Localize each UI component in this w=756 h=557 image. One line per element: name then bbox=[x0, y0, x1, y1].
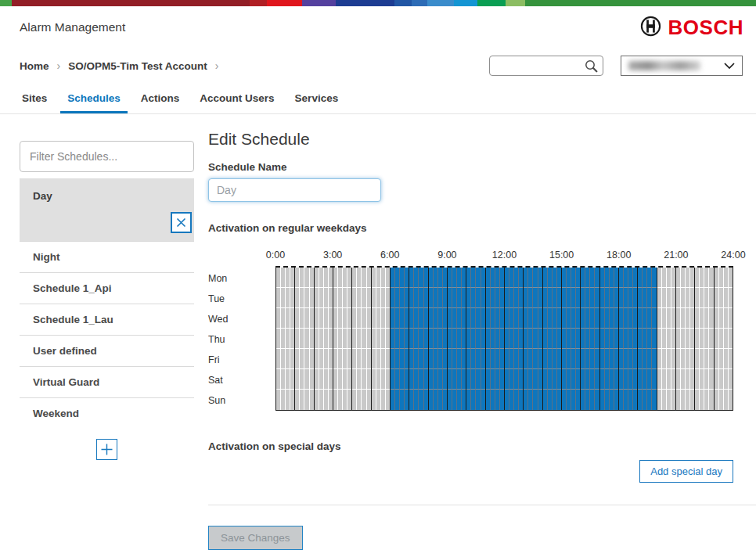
active-quarter-cell[interactable] bbox=[405, 268, 409, 288]
active-quarter-cell[interactable] bbox=[538, 329, 542, 349]
active-quarter-cell[interactable] bbox=[614, 288, 618, 308]
inactive-quarter-cell[interactable] bbox=[671, 349, 675, 369]
inactive-quarter-cell[interactable] bbox=[690, 390, 694, 410]
active-quarter-cell[interactable] bbox=[519, 288, 523, 308]
active-quarter-cell[interactable] bbox=[405, 349, 409, 369]
inactive-quarter-cell[interactable] bbox=[367, 390, 371, 410]
active-quarter-cell[interactable] bbox=[500, 369, 504, 390]
active-quarter-cell[interactable] bbox=[557, 390, 561, 410]
active-quarter-cell[interactable] bbox=[462, 329, 466, 349]
active-quarter-cell[interactable] bbox=[538, 268, 542, 288]
active-quarter-cell[interactable] bbox=[557, 349, 561, 369]
inactive-quarter-cell[interactable] bbox=[671, 308, 675, 329]
active-quarter-cell[interactable] bbox=[443, 268, 447, 288]
inactive-quarter-cell[interactable] bbox=[329, 268, 333, 288]
active-quarter-cell[interactable] bbox=[481, 288, 485, 308]
inactive-quarter-cell[interactable] bbox=[367, 308, 371, 329]
inactive-quarter-cell[interactable] bbox=[347, 268, 351, 288]
active-quarter-cell[interactable] bbox=[443, 329, 447, 349]
active-quarter-cell[interactable] bbox=[481, 390, 485, 410]
active-quarter-cell[interactable] bbox=[519, 268, 523, 288]
active-quarter-cell[interactable] bbox=[595, 288, 599, 308]
active-quarter-cell[interactable] bbox=[557, 329, 561, 349]
inactive-quarter-cell[interactable] bbox=[367, 268, 371, 288]
active-quarter-cell[interactable] bbox=[519, 308, 523, 329]
inactive-quarter-cell[interactable] bbox=[671, 390, 675, 410]
inactive-quarter-cell[interactable] bbox=[386, 349, 390, 369]
active-quarter-cell[interactable] bbox=[424, 369, 428, 390]
inactive-quarter-cell[interactable] bbox=[310, 369, 314, 390]
delete-schedule-button[interactable] bbox=[171, 212, 192, 233]
active-quarter-cell[interactable] bbox=[595, 329, 599, 349]
active-quarter-cell[interactable] bbox=[519, 369, 523, 390]
active-quarter-cell[interactable] bbox=[633, 329, 637, 349]
active-quarter-cell[interactable] bbox=[424, 349, 428, 369]
inactive-quarter-cell[interactable] bbox=[729, 288, 733, 308]
inactive-quarter-cell[interactable] bbox=[347, 308, 351, 329]
active-quarter-cell[interactable] bbox=[633, 369, 637, 390]
active-quarter-cell[interactable] bbox=[424, 308, 428, 329]
active-quarter-cell[interactable] bbox=[633, 390, 637, 410]
active-quarter-cell[interactable] bbox=[633, 288, 637, 308]
active-quarter-cell[interactable] bbox=[614, 308, 618, 329]
active-quarter-cell[interactable] bbox=[595, 349, 599, 369]
inactive-quarter-cell[interactable] bbox=[671, 329, 675, 349]
active-quarter-cell[interactable] bbox=[538, 308, 542, 329]
inactive-quarter-cell[interactable] bbox=[310, 390, 314, 410]
inactive-quarter-cell[interactable] bbox=[367, 349, 371, 369]
tab-actions[interactable]: Actions bbox=[134, 88, 187, 113]
inactive-quarter-cell[interactable] bbox=[290, 329, 294, 349]
search-input[interactable] bbox=[496, 59, 585, 73]
active-quarter-cell[interactable] bbox=[405, 390, 409, 410]
inactive-quarter-cell[interactable] bbox=[671, 369, 675, 390]
active-quarter-cell[interactable] bbox=[500, 349, 504, 369]
active-quarter-cell[interactable] bbox=[557, 268, 561, 288]
filter-schedules-input[interactable] bbox=[20, 141, 194, 172]
active-quarter-cell[interactable] bbox=[424, 390, 428, 410]
active-quarter-cell[interactable] bbox=[405, 369, 409, 390]
sidebar-item-virtual-guard[interactable]: Virtual Guard bbox=[20, 366, 194, 397]
account-selector[interactable] bbox=[621, 56, 743, 76]
sidebar-item-night[interactable]: Night bbox=[20, 241, 194, 272]
inactive-quarter-cell[interactable] bbox=[709, 268, 713, 288]
inactive-quarter-cell[interactable] bbox=[310, 349, 314, 369]
inactive-quarter-cell[interactable] bbox=[729, 308, 733, 329]
tab-services[interactable]: Services bbox=[288, 88, 346, 113]
active-quarter-cell[interactable] bbox=[424, 329, 428, 349]
inactive-quarter-cell[interactable] bbox=[329, 308, 333, 329]
inactive-quarter-cell[interactable] bbox=[386, 369, 390, 390]
inactive-quarter-cell[interactable] bbox=[729, 329, 733, 349]
active-quarter-cell[interactable] bbox=[576, 329, 580, 349]
inactive-quarter-cell[interactable] bbox=[671, 288, 675, 308]
inactive-quarter-cell[interactable] bbox=[690, 268, 694, 288]
inactive-quarter-cell[interactable] bbox=[329, 349, 333, 369]
active-quarter-cell[interactable] bbox=[652, 308, 656, 329]
inactive-quarter-cell[interactable] bbox=[290, 288, 294, 308]
active-quarter-cell[interactable] bbox=[500, 288, 504, 308]
active-quarter-cell[interactable] bbox=[538, 349, 542, 369]
active-quarter-cell[interactable] bbox=[462, 369, 466, 390]
inactive-quarter-cell[interactable] bbox=[310, 288, 314, 308]
active-quarter-cell[interactable] bbox=[500, 390, 504, 410]
active-quarter-cell[interactable] bbox=[576, 268, 580, 288]
inactive-quarter-cell[interactable] bbox=[729, 390, 733, 410]
inactive-quarter-cell[interactable] bbox=[690, 308, 694, 329]
active-quarter-cell[interactable] bbox=[557, 308, 561, 329]
inactive-quarter-cell[interactable] bbox=[290, 390, 294, 410]
inactive-quarter-cell[interactable] bbox=[329, 288, 333, 308]
save-changes-button[interactable]: Save Changes bbox=[208, 526, 303, 550]
active-quarter-cell[interactable] bbox=[652, 288, 656, 308]
inactive-quarter-cell[interactable] bbox=[729, 349, 733, 369]
active-quarter-cell[interactable] bbox=[481, 349, 485, 369]
active-quarter-cell[interactable] bbox=[443, 308, 447, 329]
inactive-quarter-cell[interactable] bbox=[386, 308, 390, 329]
active-quarter-cell[interactable] bbox=[500, 308, 504, 329]
sidebar-item-schedule-1-lau[interactable]: Schedule 1_Lau bbox=[20, 304, 194, 335]
inactive-quarter-cell[interactable] bbox=[367, 369, 371, 390]
inactive-quarter-cell[interactable] bbox=[386, 390, 390, 410]
inactive-quarter-cell[interactable] bbox=[290, 349, 294, 369]
active-quarter-cell[interactable] bbox=[557, 369, 561, 390]
inactive-quarter-cell[interactable] bbox=[709, 329, 713, 349]
active-quarter-cell[interactable] bbox=[443, 390, 447, 410]
active-quarter-cell[interactable] bbox=[614, 349, 618, 369]
